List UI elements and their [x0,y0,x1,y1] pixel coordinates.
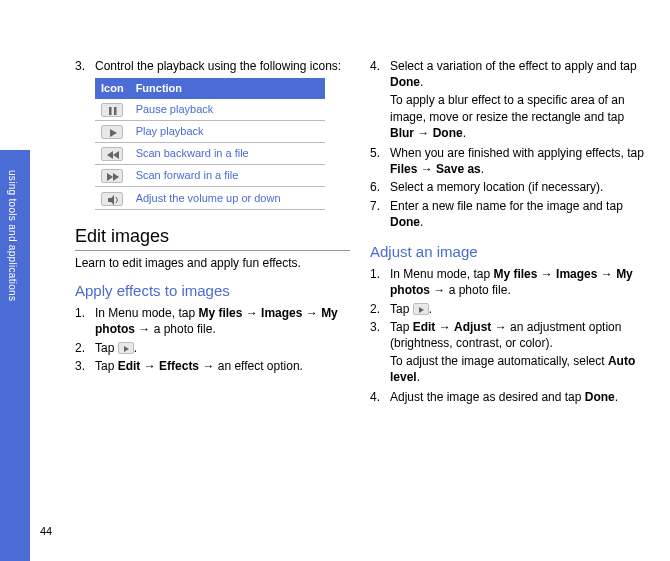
text-bold: Done [390,215,420,229]
function-cell: Play playback [130,121,325,143]
item-text: Adjust the image as desired and tap Done… [390,389,645,405]
sidebar-top [0,0,30,150]
column-right: 4. Select a variation of the effect to a… [370,58,645,408]
page-number: 44 [40,525,52,537]
text-bold: My files [198,306,242,320]
list-item: 3. Control the playback using the follow… [75,58,350,74]
text-bold: Edit [413,320,436,334]
text-bold: Done [433,126,463,140]
text: In Menu mode, tap [390,267,493,281]
text: Adjust the image as desired and tap [390,390,585,404]
text-bold: Edit [118,359,141,373]
text: To adjust the image automatically, selec… [390,354,608,368]
text-bold: Blur [390,126,414,140]
icon-cell [95,187,130,209]
text-bold: Effects [159,359,199,373]
icon-function-table: Icon Function Pause playback Play playba… [95,78,325,209]
icon-cell [95,99,130,121]
play-icon [413,303,429,315]
list-item: 6. Select a memory location (if necessar… [370,179,645,195]
icon-cell [95,121,130,143]
svg-marker-5 [107,173,113,181]
item-number: 4. [370,389,390,405]
column-left: 3. Control the playback using the follow… [75,58,350,408]
list-item: 1. In Menu mode, tap My files → Images →… [75,305,350,337]
table-row: Scan backward in a file [95,143,325,165]
text: . [134,341,137,355]
pause-icon [101,103,123,117]
arrow: → [140,359,159,373]
function-cell: Adjust the volume up or down [130,187,325,209]
sub-text: To adjust the image automatically, selec… [390,353,645,385]
lead-text: Learn to edit images and apply fun effec… [75,255,350,271]
table-row: Play playback [95,121,325,143]
text-bold: My files [493,267,537,281]
arrow: → [597,267,616,281]
item-number: 3. [370,319,390,351]
item-text: Tap . [390,301,645,317]
list-item: 3. Tap Edit → Adjust → an adjustment opt… [370,319,645,351]
text-bold: Adjust [454,320,491,334]
text: → a photo file. [430,283,511,297]
item-text: In Menu mode, tap My files → Images → My… [95,305,350,337]
rewind-icon [101,147,123,161]
table-row: Scan forward in a file [95,165,325,187]
svg-marker-3 [107,151,113,159]
arrow: → [414,126,433,140]
item-text: When you are finished with applying effe… [390,145,645,177]
ffwd-icon [101,169,123,183]
svg-rect-0 [109,107,112,115]
text: . [420,215,423,229]
text: In Menu mode, tap [95,306,198,320]
arrow: → [242,306,261,320]
item-text: Select a memory location (if necessary). [390,179,645,195]
table-row: Adjust the volume up or down [95,187,325,209]
sidebar-label: using tools and applications [7,170,18,301]
item-number: 2. [75,340,95,356]
text: . [420,75,423,89]
item-text: In Menu mode, tap My files → Images → My… [390,266,645,298]
item-number: 1. [370,266,390,298]
icon-cell [95,143,130,165]
volume-icon [101,192,123,206]
text: When you are finished with applying effe… [390,146,644,160]
list-item: 7. Enter a new file name for the image a… [370,198,645,230]
list-item: 2. Tap . [75,340,350,356]
icon-cell [95,165,130,187]
content: 3. Control the playback using the follow… [75,58,645,408]
list-item: 5. When you are finished with applying e… [370,145,645,177]
text: Enter a new file name for the image and … [390,199,623,213]
svg-marker-7 [108,195,114,205]
heading-edit-images: Edit images [75,224,350,251]
table-header-function: Function [130,78,325,99]
text: . [481,162,484,176]
function-cell: Pause playback [130,99,325,121]
text: To apply a blur effect to a specific are… [390,93,625,123]
text: → a photo file. [135,322,216,336]
item-number: 2. [370,301,390,317]
arrow: → [435,320,454,334]
text: Select a variation of the effect to appl… [390,59,637,73]
sub-text: To apply a blur effect to a specific are… [390,92,645,141]
text: Tap [390,302,413,316]
item-number: 6. [370,179,390,195]
play-icon [101,125,123,139]
item-number: 7. [370,198,390,230]
table-header-icon: Icon [95,78,130,99]
item-text: Control the playback using the following… [95,58,350,74]
text-bold: Images [261,306,302,320]
list-item: 3. Tap Edit → Effects → an effect option… [75,358,350,374]
function-cell: Scan backward in a file [130,143,325,165]
svg-marker-4 [113,151,119,159]
text: . [615,390,618,404]
svg-marker-2 [110,129,117,137]
text-bold: Save as [436,162,481,176]
text-bold: Files [390,162,417,176]
item-text: Tap . [95,340,350,356]
text: Tap [95,341,118,355]
text: Tap [95,359,118,373]
text: → an effect option. [199,359,303,373]
item-text: Select a variation of the effect to appl… [390,58,645,90]
item-text: Enter a new file name for the image and … [390,198,645,230]
item-number: 4. [370,58,390,90]
